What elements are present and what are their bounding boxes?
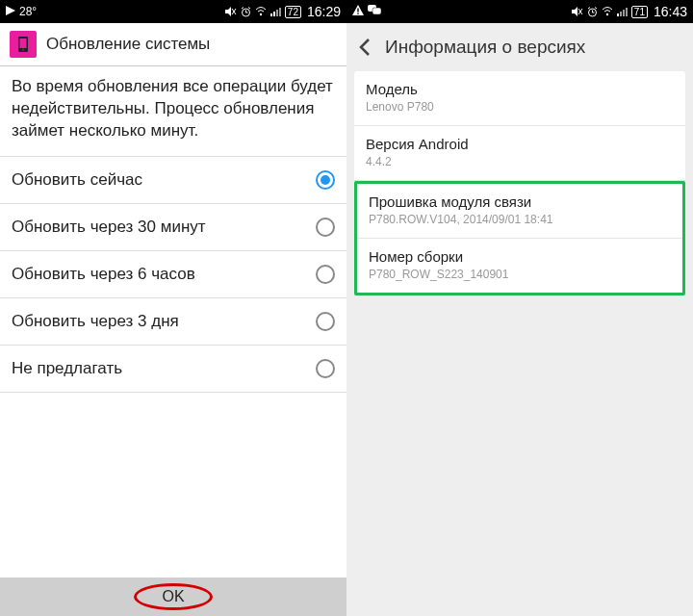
- clock: 16:29: [307, 4, 341, 19]
- svg-line-29: [595, 7, 597, 9]
- svg-line-8: [248, 7, 250, 9]
- radio-icon: [316, 265, 335, 284]
- ok-button[interactable]: OK: [142, 582, 203, 611]
- update-description: Во время обновления все операции будет н…: [0, 66, 346, 156]
- phone-right: 71 16:43 Информация о версиях Модель Len…: [346, 0, 693, 616]
- version-info-list: Модель Lenovo P780 Версия Android 4.4.2 …: [346, 71, 693, 295]
- phone-left: 28° 72 16:29 Обновление системы Во время…: [0, 0, 346, 616]
- svg-rect-21: [372, 8, 381, 14]
- temperature: 28°: [19, 5, 37, 18]
- alarm-icon: [241, 7, 251, 17]
- battery-indicator: 72: [285, 6, 301, 18]
- option-update-30min[interactable]: Обновить через 30 минут: [0, 204, 346, 251]
- radio-icon: [316, 359, 335, 378]
- svg-rect-13: [279, 8, 281, 16]
- svg-marker-1: [225, 7, 231, 16]
- settings-header: Информация о версиях: [346, 23, 693, 71]
- item-build-number[interactable]: Номер сборки P780_ROW_S223_140901: [357, 239, 682, 293]
- svg-line-7: [242, 7, 244, 9]
- option-label: Обновить через 30 минут: [12, 218, 206, 237]
- alarm-icon: [587, 7, 598, 17]
- annotation-highlight-box: Прошивка модуля связи P780.ROW.V104, 201…: [354, 181, 685, 295]
- wifi-icon: [255, 7, 267, 16]
- item-android-version[interactable]: Версия Android 4.4.2: [354, 126, 685, 181]
- item-baseband[interactable]: Прошивка модуля связи P780.ROW.V104, 201…: [357, 184, 682, 239]
- option-update-6h[interactable]: Обновить через 6 часов: [0, 251, 346, 298]
- svg-rect-10: [270, 13, 272, 16]
- option-label: Обновить через 6 часов: [12, 265, 195, 284]
- svg-rect-12: [276, 10, 278, 16]
- chat-icon: [368, 5, 381, 19]
- item-subtitle: Lenovo P780: [366, 100, 674, 114]
- option-label: Не предлагать: [12, 359, 122, 378]
- option-never[interactable]: Не предлагать: [0, 346, 346, 393]
- radio-icon: [316, 312, 335, 331]
- wifi-icon: [602, 7, 613, 16]
- item-subtitle: P780_ROW_S223_140901: [369, 268, 671, 281]
- svg-marker-0: [6, 6, 15, 15]
- radio-icon: [316, 218, 335, 237]
- svg-rect-18: [357, 9, 358, 13]
- update-options-list: Обновить сейчас Обновить через 30 минут …: [0, 156, 346, 393]
- svg-marker-22: [572, 7, 578, 16]
- svg-rect-32: [620, 12, 622, 16]
- mute-icon: [225, 7, 237, 16]
- mute-icon: [572, 7, 583, 16]
- item-subtitle: 4.4.2: [366, 155, 674, 168]
- svg-point-16: [22, 49, 24, 51]
- back-button[interactable]: [358, 38, 372, 57]
- svg-rect-11: [273, 12, 275, 16]
- item-title: Прошивка модуля связи: [369, 193, 671, 210]
- svg-rect-19: [357, 13, 358, 14]
- signal-icon: [270, 7, 281, 16]
- clock: 16:43: [654, 4, 687, 19]
- app-title: Обновление системы: [46, 35, 210, 54]
- svg-rect-31: [617, 13, 619, 16]
- option-label: Обновить через 3 дня: [12, 312, 179, 331]
- app-header: Обновление системы: [0, 23, 346, 66]
- status-bar-left: 28° 72 16:29: [0, 0, 346, 23]
- battery-indicator: 71: [631, 6, 648, 18]
- ok-bar: OK: [0, 578, 346, 616]
- signal-icon: [617, 7, 628, 16]
- svg-rect-15: [20, 38, 27, 48]
- svg-line-28: [588, 7, 590, 9]
- option-label: Обновить сейчас: [12, 170, 142, 190]
- play-icon: [6, 5, 15, 18]
- item-subtitle: P780.ROW.V104, 2014/09/01 18:41: [369, 213, 671, 226]
- svg-rect-33: [623, 10, 625, 16]
- svg-point-30: [606, 13, 608, 15]
- radio-icon: [316, 170, 335, 190]
- item-title: Модель: [366, 81, 674, 97]
- status-bar-right: 71 16:43: [346, 0, 693, 23]
- item-title: Номер сборки: [369, 248, 671, 265]
- settings-title: Информация о версиях: [385, 37, 585, 58]
- svg-rect-34: [626, 8, 628, 16]
- item-title: Версия Android: [366, 136, 674, 152]
- option-update-3d[interactable]: Обновить через 3 дня: [0, 298, 346, 346]
- item-model[interactable]: Модель Lenovo P780: [354, 71, 685, 126]
- option-update-now[interactable]: Обновить сейчас: [0, 157, 346, 204]
- system-update-icon: [10, 31, 37, 58]
- warning-icon: [352, 5, 364, 18]
- svg-point-9: [260, 13, 262, 15]
